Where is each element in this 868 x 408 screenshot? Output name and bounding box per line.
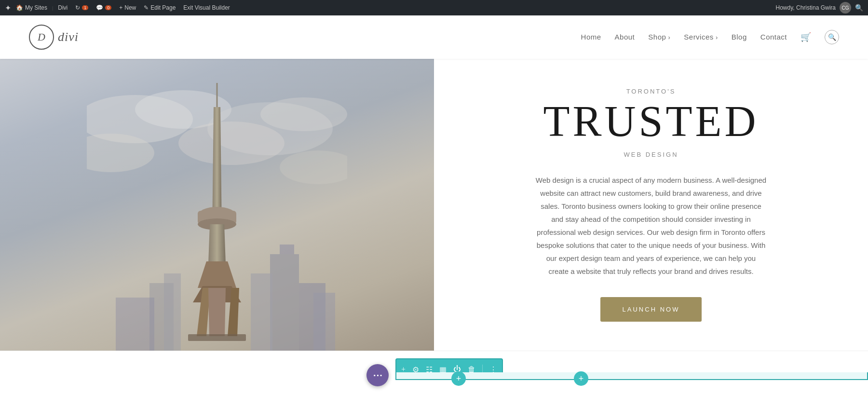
nav-item-home[interactable]: Home bbox=[581, 33, 601, 41]
svg-marker-12 bbox=[208, 224, 226, 264]
hero-tagline: TORONTO'S bbox=[626, 88, 676, 95]
svg-rect-18 bbox=[188, 334, 246, 341]
comments-icon: 💬 bbox=[96, 4, 103, 11]
cn-tower-svg bbox=[87, 81, 347, 351]
exit-vb-link[interactable]: Exit Visual Builder bbox=[180, 0, 233, 15]
svg-rect-25 bbox=[116, 298, 154, 351]
updates-count: 1 bbox=[82, 5, 88, 10]
admin-bar: ✦ 🏠 My Sites | Divi ↻ 1 💬 0 + New ✎ Edit… bbox=[0, 0, 868, 15]
nav-item-about[interactable]: About bbox=[615, 33, 635, 41]
svg-point-5 bbox=[280, 150, 347, 184]
comments-count: 0 bbox=[105, 5, 111, 10]
my-sites-link[interactable]: 🏠 My Sites bbox=[13, 0, 50, 15]
hero-description: Web design is a crucial aspect of any mo… bbox=[535, 174, 767, 278]
wordpress-icon[interactable]: ✦ bbox=[5, 3, 11, 13]
nav-item-shop[interactable]: Shop bbox=[648, 33, 670, 41]
site-nav: D divi Home About Shop Services Blog Con… bbox=[0, 15, 868, 59]
svg-point-6 bbox=[178, 122, 285, 165]
my-sites-icon: 🏠 bbox=[16, 4, 23, 11]
hero-title: TRUSTED bbox=[543, 100, 759, 143]
logo-letter: D bbox=[38, 31, 45, 43]
divi-label: Divi bbox=[58, 4, 68, 11]
hero-subtitle: WEB DESIGN bbox=[624, 151, 678, 158]
new-label: New bbox=[124, 4, 136, 11]
separator-1: | bbox=[52, 5, 53, 11]
avatar[interactable]: CG bbox=[840, 2, 851, 14]
comments-link[interactable]: 💬 0 bbox=[93, 0, 114, 15]
site-logo[interactable]: D divi bbox=[29, 25, 79, 50]
vb-section-bottom bbox=[395, 372, 868, 380]
svg-rect-21 bbox=[251, 273, 272, 351]
edit-page-link[interactable]: ✎ Edit Page bbox=[141, 0, 178, 15]
nav-search[interactable]: 🔍 bbox=[825, 30, 839, 44]
svg-rect-19 bbox=[270, 254, 299, 351]
nav-cart[interactable]: 🛒 bbox=[800, 32, 811, 42]
vb-toolbar-area: ⋯ + ⚙ ☷ ▦ ⏻ 🗑 ⋮ + + bbox=[0, 351, 868, 380]
svg-rect-23 bbox=[164, 273, 181, 351]
svg-marker-17 bbox=[208, 288, 226, 336]
admin-search-icon[interactable]: 🔍 bbox=[855, 4, 863, 12]
nav-item-services[interactable]: Services bbox=[684, 33, 718, 41]
site-menu: Home About Shop Services Blog Contact 🛒 … bbox=[581, 30, 839, 44]
updates-icon: ↻ bbox=[75, 4, 80, 11]
admin-bar-right: Howdy, Christina Gwira CG 🔍 bbox=[776, 2, 863, 14]
new-link[interactable]: + New bbox=[116, 0, 139, 15]
edit-page-label: Edit Page bbox=[150, 4, 176, 11]
howdy-text: Howdy, Christina Gwira bbox=[776, 4, 836, 11]
logo-circle: D bbox=[29, 25, 54, 50]
exit-vb-label: Exit Visual Builder bbox=[183, 4, 230, 11]
vb-add-column-2-button[interactable]: + bbox=[574, 371, 588, 386]
updates-link[interactable]: ↻ 1 bbox=[72, 0, 91, 15]
my-sites-label: My Sites bbox=[25, 4, 47, 11]
hero-image bbox=[0, 59, 434, 351]
nav-item-blog[interactable]: Blog bbox=[732, 33, 747, 41]
three-dots-icon: ⋯ bbox=[373, 369, 382, 381]
pencil-icon: ✎ bbox=[144, 4, 149, 11]
hero-text-column: TORONTO'S TRUSTED WEB DESIGN Web design … bbox=[434, 59, 868, 351]
hero-image-column bbox=[0, 59, 434, 351]
new-icon: + bbox=[119, 4, 122, 11]
nav-item-contact[interactable]: Contact bbox=[760, 33, 787, 41]
logo-text: divi bbox=[58, 30, 79, 44]
svg-rect-20 bbox=[280, 245, 294, 254]
svg-rect-26 bbox=[313, 293, 335, 351]
svg-point-3 bbox=[260, 97, 347, 131]
vb-purple-menu-button[interactable]: ⋯ bbox=[366, 364, 389, 386]
divi-link[interactable]: Divi bbox=[55, 0, 70, 15]
launch-now-button[interactable]: LAUNCH NOW bbox=[600, 297, 702, 322]
main-content: TORONTO'S TRUSTED WEB DESIGN Web design … bbox=[0, 59, 868, 380]
svg-marker-13 bbox=[198, 261, 236, 288]
hero-section: TORONTO'S TRUSTED WEB DESIGN Web design … bbox=[0, 59, 868, 351]
vb-add-column-1-button[interactable]: + bbox=[451, 371, 466, 386]
